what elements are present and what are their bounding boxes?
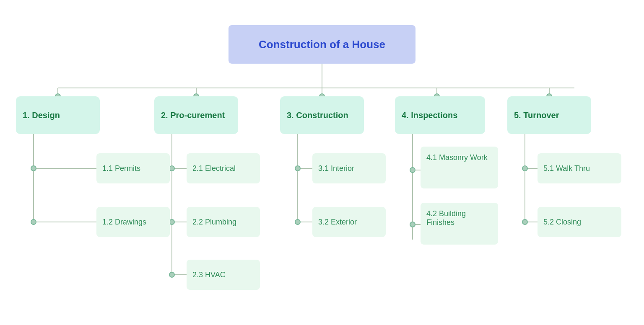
svg-point-35 [31, 219, 36, 224]
cat3-label: 3. Construction [287, 111, 348, 120]
cat5-child2-node[interactable]: 5.2 Closing [538, 207, 621, 237]
cat5-label: 5. Turnover [514, 111, 559, 120]
cat1-label: 1. Design [23, 111, 60, 120]
cat2-node[interactable]: 2. Pro-curement [154, 96, 238, 134]
cat3-child2-node[interactable]: 3.2 Exterior [312, 207, 386, 237]
cat3-node[interactable]: 3. Construction [280, 96, 364, 134]
root-node: Construction of a House [229, 25, 415, 64]
cat5-child2-label: 5.2 Closing [543, 218, 581, 227]
svg-point-44 [522, 219, 527, 224]
svg-point-43 [522, 166, 527, 171]
svg-point-41 [410, 168, 415, 173]
svg-point-36 [169, 166, 174, 171]
svg-point-34 [31, 166, 36, 171]
cat1-child1-label: 1.1 Permits [102, 164, 140, 173]
cat1-child2-label: 1.2 Drawings [102, 218, 146, 227]
cat2-child1-label: 2.1 Electrical [192, 164, 236, 173]
svg-point-37 [169, 219, 174, 224]
cat2-child3-label: 2.3 HVAC [192, 271, 226, 279]
svg-point-40 [295, 219, 300, 224]
cat3-child1-node[interactable]: 3.1 Interior [312, 153, 386, 183]
cat2-child1-node[interactable]: 2.1 Electrical [187, 153, 260, 183]
cat2-child2-label: 2.2 Plumbing [192, 218, 236, 227]
cat4-child2-node[interactable]: 4.2 Building Finishes [421, 203, 498, 245]
cat5-child1-label: 5.1 Walk Thru [543, 164, 590, 173]
cat2-child2-node[interactable]: 2.2 Plumbing [187, 207, 260, 237]
svg-point-42 [410, 222, 415, 227]
cat4-child1-node[interactable]: 4.1 Masonry Work [421, 147, 498, 188]
cat3-child1-label: 3.1 Interior [318, 164, 354, 173]
cat1-child2-node[interactable]: 1.2 Drawings [96, 207, 170, 237]
cat2-child3-node[interactable]: 2.3 HVAC [187, 260, 260, 290]
cat3-child2-label: 3.2 Exterior [318, 218, 357, 227]
cat1-child1-node[interactable]: 1.1 Permits [96, 153, 170, 183]
cat2-label: 2. Pro-curement [161, 111, 225, 120]
svg-point-38 [169, 272, 174, 277]
cat4-node[interactable]: 4. Inspections [395, 96, 485, 134]
cat1-node[interactable]: 1. Design [16, 96, 100, 134]
cat5-node[interactable]: 5. Turnover [507, 96, 591, 134]
root-label: Construction of a House [259, 38, 385, 51]
svg-point-39 [295, 166, 300, 171]
cat5-child1-node[interactable]: 5.1 Walk Thru [538, 153, 621, 183]
cat4-child2-label: 4.2 Building Finishes [426, 209, 492, 227]
cat4-child1-label: 4.1 Masonry Work [426, 153, 488, 162]
diagram: Construction of a House 1. Design 1.1 Pe… [0, 0, 644, 325]
cat4-label: 4. Inspections [402, 111, 457, 120]
